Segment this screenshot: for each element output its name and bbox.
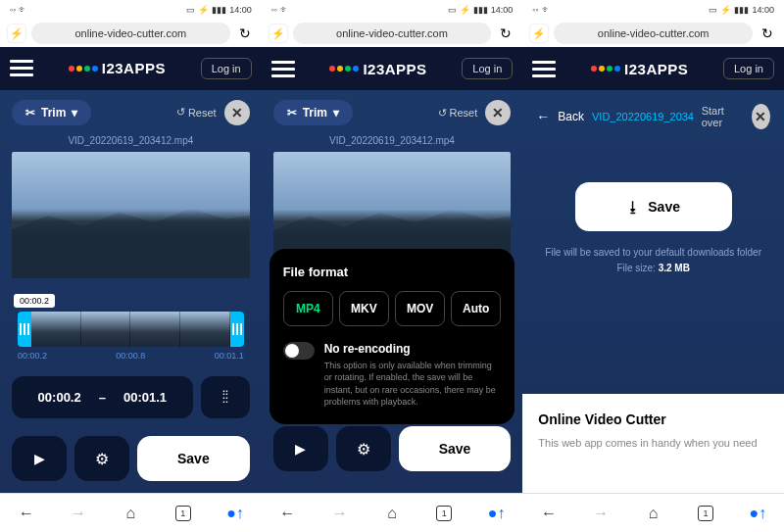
- app-header: I23APPS Log in: [0, 47, 262, 90]
- format-auto[interactable]: Auto: [451, 291, 501, 326]
- phone-screen-1: ◦◦ᯤ ▭⚡▮▮▮14:00 ⚡ online-video-cutter.com…: [0, 0, 262, 532]
- nav-back-icon[interactable]: ←: [275, 502, 299, 525]
- trim-button[interactable]: ✂Trim▾: [12, 100, 91, 125]
- close-button[interactable]: ✕: [752, 104, 770, 129]
- close-button[interactable]: ✕: [224, 100, 250, 125]
- nav-home-icon[interactable]: ⌂: [642, 502, 665, 525]
- nav-forward-icon[interactable]: →: [589, 502, 612, 525]
- play-button[interactable]: ▶: [273, 426, 328, 471]
- format-mkv[interactable]: MKV: [339, 291, 389, 326]
- undo-icon: ↺: [176, 106, 185, 119]
- hamburger-icon[interactable]: [532, 61, 556, 77]
- save-button[interactable]: Save: [399, 426, 512, 471]
- start-over-link[interactable]: Start over: [702, 105, 736, 128]
- login-button[interactable]: Log in: [462, 58, 513, 79]
- format-mov[interactable]: MOV: [395, 291, 445, 326]
- file-link[interactable]: VID_20220619_203412.mp4: [592, 111, 694, 122]
- trim-handle-left[interactable]: [18, 312, 31, 347]
- time-range-box[interactable]: 00:00.2–00:01.1: [12, 376, 193, 418]
- reload-icon[interactable]: ↻: [236, 24, 254, 42]
- status-bar: ◦◦ᯤ ▭⚡▮▮▮14:00: [522, 0, 784, 20]
- play-button[interactable]: ▶: [12, 436, 67, 481]
- timeline[interactable]: [18, 312, 244, 347]
- nav-tabs-icon[interactable]: 1: [694, 502, 717, 525]
- logo: I23APPS: [591, 61, 688, 77]
- file-format-popup: File format MP4 MKV MOV Auto No re-encod…: [270, 249, 515, 424]
- toolbar: ✂Trim▾ ↺Reset ✕: [0, 90, 262, 135]
- nav-menu-icon[interactable]: ●↑: [485, 502, 509, 525]
- reset-button[interactable]: ↺Reset: [438, 107, 478, 120]
- info-section: Online Video Cutter This web app comes i…: [522, 394, 784, 493]
- save-button[interactable]: Save: [137, 436, 250, 481]
- nav-back-icon[interactable]: ←: [15, 502, 38, 525]
- settings-button[interactable]: ⚙: [74, 436, 129, 481]
- reset-button[interactable]: ↺Reset: [176, 106, 217, 119]
- breadcrumb-row: ← Back VID_20220619_203412.mp4 Start ove…: [522, 90, 784, 143]
- nfc-icon: ▭: [186, 5, 195, 15]
- nav-home-icon[interactable]: ⌂: [119, 502, 142, 525]
- nav-back-icon[interactable]: ←: [537, 502, 561, 525]
- url-field[interactable]: online-video-cutter.com: [293, 23, 492, 44]
- url-field[interactable]: online-video-cutter.com: [31, 23, 230, 44]
- app-content: I23APPS Log in ✂Trim▾ ↺Reset ✕ VID_20220…: [0, 47, 262, 493]
- phone-screen-3: ◦◦ᯤ ▭⚡▮▮▮14:00 ⚡ online-video-cutter.com…: [522, 0, 784, 532]
- chevron-down-icon: ▾: [72, 106, 77, 120]
- hamburger-icon[interactable]: [10, 60, 33, 76]
- split-button[interactable]: ⦙⦙: [201, 376, 250, 418]
- time-tooltip: 00:00.2: [14, 294, 55, 308]
- hamburger-icon[interactable]: [271, 61, 295, 77]
- amp-icon: ⚡: [530, 24, 548, 42]
- timeline-area: 00:00.2 00:00.2 00:00.8 00:01.1: [0, 278, 262, 368]
- section-title: Online Video Cutter: [538, 411, 768, 427]
- nav-menu-icon[interactable]: ●↑: [746, 502, 769, 525]
- save-info: File will be saved to your default downl…: [522, 245, 784, 276]
- download-icon: ⭳: [626, 199, 640, 215]
- nav-forward-icon[interactable]: →: [67, 502, 90, 525]
- status-bar: ◦◦ᯤ ▭⚡▮▮▮14:00: [262, 0, 523, 20]
- reload-icon[interactable]: ↻: [497, 24, 514, 42]
- browser-url-bar: ⚡ online-video-cutter.com ↻: [0, 20, 262, 47]
- settings-button[interactable]: ⚙: [336, 426, 391, 471]
- reload-icon[interactable]: ↻: [759, 24, 776, 42]
- no-reencode-toggle[interactable]: [283, 342, 315, 360]
- status-bar: ◦◦ᯤ ▭⚡▮▮▮14:00: [0, 0, 262, 20]
- amp-icon: ⚡: [270, 24, 287, 42]
- browser-nav-bar: ← → ⌂ 1 ●↑: [0, 493, 262, 532]
- logo: I23APPS: [69, 60, 166, 76]
- trim-button[interactable]: ✂Trim▾: [273, 100, 353, 125]
- nav-tabs-icon[interactable]: 1: [172, 502, 195, 525]
- toggle-label: No re-encoding: [324, 342, 502, 356]
- format-mp4[interactable]: MP4: [283, 291, 333, 326]
- wifi-icon: ᯤ: [19, 5, 27, 15]
- logo: I23APPS: [329, 61, 426, 77]
- video-preview[interactable]: [12, 152, 250, 278]
- section-description: This web app comes in handy when you nee…: [538, 437, 768, 449]
- phone-screen-2: ◦◦ᯤ ▭⚡▮▮▮14:00 ⚡ online-video-cutter.com…: [262, 0, 523, 532]
- scissors-icon: ✂: [25, 106, 35, 120]
- toggle-description: This option is only available when trimm…: [324, 360, 502, 409]
- amp-icon: ⚡: [8, 24, 25, 42]
- popup-title: File format: [283, 265, 502, 279]
- nav-home-icon[interactable]: ⌂: [380, 502, 404, 525]
- url-field[interactable]: online-video-cutter.com: [554, 23, 753, 44]
- nav-tabs-icon[interactable]: 1: [432, 502, 456, 525]
- save-download-button[interactable]: ⭳ Save: [575, 182, 732, 231]
- login-button[interactable]: Log in: [201, 58, 252, 79]
- nav-menu-icon[interactable]: ●↑: [223, 502, 247, 525]
- login-button[interactable]: Log in: [723, 58, 774, 79]
- close-button[interactable]: ✕: [485, 100, 511, 125]
- back-label[interactable]: Back: [558, 110, 584, 123]
- nav-forward-icon[interactable]: →: [328, 502, 352, 525]
- back-arrow-icon[interactable]: ←: [536, 109, 550, 124]
- trim-handle-right[interactable]: [230, 312, 244, 347]
- file-name: VID_20220619_203412.mp4: [262, 135, 523, 152]
- file-name: VID_20220619_203412.mp4: [0, 135, 262, 152]
